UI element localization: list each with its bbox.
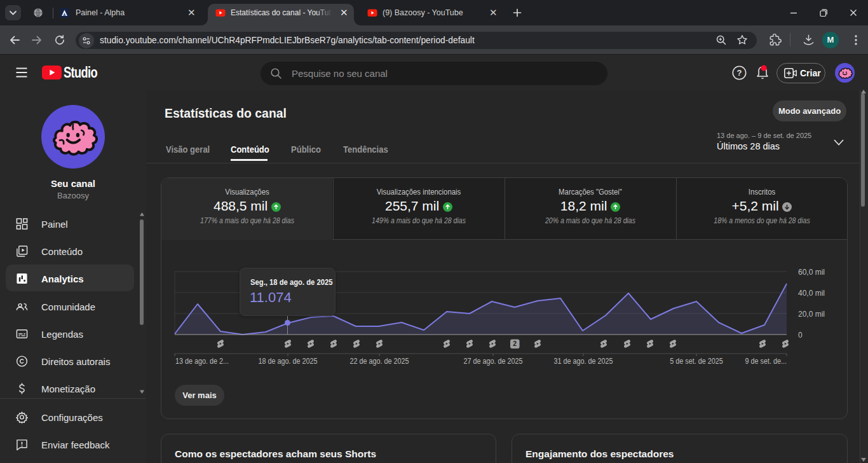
svg-text:?: ? (737, 68, 742, 78)
svg-text:2: 2 (513, 340, 517, 347)
